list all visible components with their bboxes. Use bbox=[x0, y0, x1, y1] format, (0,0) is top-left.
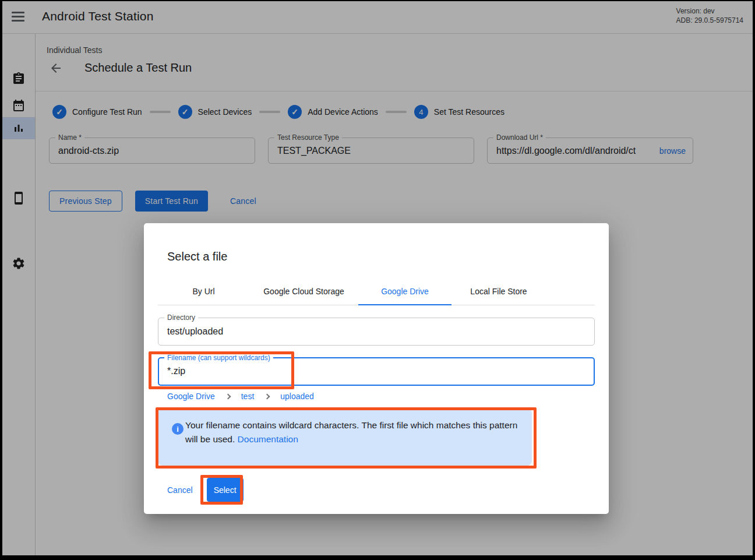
tab-by-url[interactable]: By Url bbox=[158, 278, 249, 305]
tab-local-file-store[interactable]: Local File Store bbox=[451, 278, 546, 305]
filename-field-label: Filename (can support wildcards) bbox=[164, 354, 273, 362]
wildcard-info-banner: i Your filename contains wildcard charac… bbox=[158, 408, 532, 466]
breadcrumb-test[interactable]: test bbox=[241, 392, 255, 401]
dialog-cancel-button[interactable]: Cancel bbox=[167, 485, 193, 495]
breadcrumb-uploaded[interactable]: uploaded bbox=[280, 392, 314, 401]
info-icon: i bbox=[172, 423, 184, 435]
breadcrumb-google-drive[interactable]: Google Drive bbox=[167, 392, 215, 401]
filename-field[interactable]: Filename (can support wildcards) *.zip bbox=[158, 357, 595, 386]
documentation-link[interactable]: Documentation bbox=[238, 434, 298, 444]
app-window: Android Test Station Version: dev ADB: 2… bbox=[0, 0, 755, 560]
directory-field-value: test/uploaded bbox=[158, 318, 594, 345]
drive-breadcrumb: Google Drive test uploaded bbox=[167, 392, 314, 401]
chevron-right-icon bbox=[225, 393, 231, 399]
dialog-select-button[interactable]: Select bbox=[207, 478, 244, 502]
directory-field-label: Directory bbox=[164, 314, 198, 322]
directory-field[interactable]: Directory test/uploaded bbox=[158, 318, 595, 346]
chevron-right-icon bbox=[264, 393, 270, 399]
dialog-actions: Cancel Select bbox=[167, 478, 244, 502]
tab-google-cloud-storage[interactable]: Google Cloud Storage bbox=[249, 278, 358, 305]
banner-text: Your filename contains wildcard characte… bbox=[185, 418, 526, 446]
screen: Android Test Station Version: dev ADB: 2… bbox=[2, 1, 753, 555]
dialog-tabs: By Url Google Cloud Storage Google Drive… bbox=[158, 278, 595, 305]
dialog-title: Select a file bbox=[167, 250, 227, 263]
tab-google-drive[interactable]: Google Drive bbox=[358, 278, 451, 305]
filename-field-value: *.zip bbox=[159, 358, 594, 383]
select-file-dialog: Select a file By Url Google Cloud Storag… bbox=[144, 223, 609, 514]
